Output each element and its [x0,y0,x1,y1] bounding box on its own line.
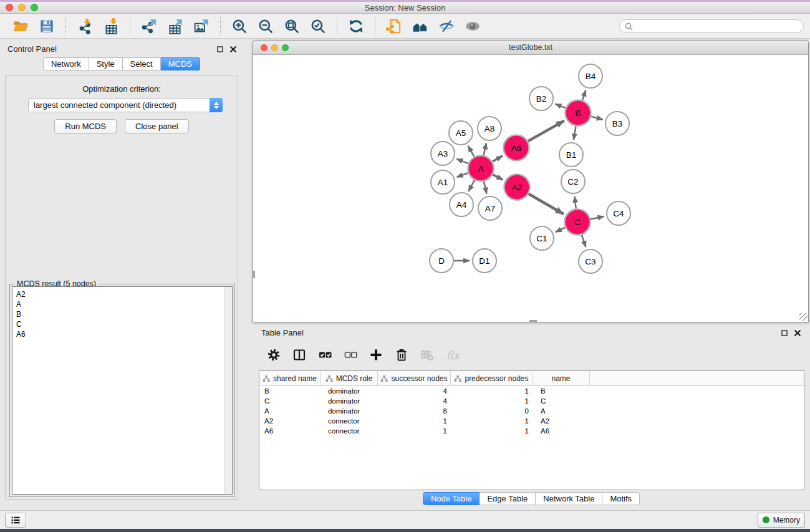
graph-node-C4[interactable]: C4 [607,201,630,225]
import-network-icon[interactable] [75,17,94,36]
hide-graphics-icon[interactable] [437,17,456,36]
graph-edge-A-A1[interactable] [457,173,468,177]
graph-edge-A-A4[interactable] [468,180,475,191]
select-all-icon[interactable] [317,347,332,362]
import-table-icon[interactable] [102,17,120,36]
graph-edge-A6-B[interactable] [528,121,564,142]
column-header-MCDS-role[interactable]: MCDS role [321,371,378,385]
result-scrollbar[interactable] [224,287,232,494]
tab-edge-table[interactable]: Edge Table [480,492,536,505]
result-item[interactable]: A [16,299,232,309]
export-network-icon[interactable] [140,17,158,36]
float-panel-icon[interactable] [216,46,224,53]
graph-node-A6[interactable]: A6 [504,135,529,161]
tab-motifs[interactable]: Motifs [602,492,640,505]
result-item[interactable]: A2 [16,289,232,299]
run-mcds-button[interactable]: Run MCDS [54,119,117,133]
split-panel-icon[interactable] [292,347,307,362]
tab-style[interactable]: Style [89,57,123,70]
tab-node-table[interactable]: Node Table [423,492,480,505]
resize-tick-left[interactable] [253,271,255,278]
graph-node-A8[interactable]: A8 [478,117,501,140]
column-header-name[interactable]: name [533,371,590,385]
mcds-result-list[interactable]: A2ABCA6 [12,286,233,495]
tab-mcds[interactable]: MCDS [161,57,200,70]
tab-network-table[interactable]: Network Table [536,492,602,505]
export-image-icon[interactable] [192,17,211,36]
add-column-icon[interactable] [369,347,383,362]
graph-node-B1[interactable]: B1 [559,143,583,167]
graph-node-C1[interactable]: C1 [530,226,554,250]
show-graphics-icon[interactable] [463,17,482,36]
close-table-panel-icon[interactable] [794,329,801,337]
task-history-button[interactable] [5,513,26,528]
graph-node-D[interactable]: D [430,249,453,273]
table-row[interactable]: Bdominator41B [259,386,804,396]
graph-edge-A2-C[interactable] [529,194,564,215]
tab-select[interactable]: Select [123,57,161,70]
refresh-icon[interactable] [347,17,365,36]
zoom-selected-icon[interactable] [309,17,327,36]
graph-node-C[interactable]: C [565,210,591,235]
result-item[interactable]: C [16,319,232,329]
home-icon[interactable] [411,17,430,36]
table-row[interactable]: Adominator80A [259,406,804,416]
graph-edge-A-A5[interactable] [468,146,475,157]
network-canvas[interactable]: A A1 A2 A3 A4 A5 A6 A7 A8 B B1 B2 B3 [253,55,808,322]
graph-edge-B-B4[interactable] [582,90,586,100]
graph-edge-A-A6[interactable] [493,156,503,162]
table-row[interactable]: A2connector11A2 [259,416,804,426]
zoom-out-icon[interactable] [256,17,275,36]
graph-node-A[interactable]: A [468,156,494,181]
open-session-icon[interactable] [11,17,30,36]
float-table-panel-icon[interactable] [781,329,788,337]
graph-node-A3[interactable]: A3 [431,142,455,165]
resize-tick-bottom[interactable] [529,320,537,322]
tab-network[interactable]: Network [43,57,89,70]
graph-node-A2[interactable]: A2 [504,175,530,200]
column-header-shared-name[interactable]: shared name [259,371,321,385]
zoom-fit-icon[interactable] [282,17,301,36]
graph-node-B2[interactable]: B2 [529,87,553,110]
search-input[interactable] [636,22,798,31]
graph-edge-C-C2[interactable] [575,196,576,209]
column-header-successor-nodes[interactable]: successor nodes [378,371,451,385]
graph-node-A4[interactable]: A4 [450,193,473,216]
graph-edge-A-A7[interactable] [484,181,487,194]
network-document-icon[interactable] [385,17,403,36]
graph-node-C2[interactable]: C2 [561,170,585,193]
graph-node-A1[interactable]: A1 [431,170,455,194]
graph-node-D1[interactable]: D1 [473,249,496,273]
graph-node-B4[interactable]: B4 [579,64,602,88]
graph-edge-C-C1[interactable] [556,228,566,232]
resize-grip-icon[interactable] [799,313,808,321]
graph-node-B[interactable]: B [566,100,591,126]
deselect-all-icon[interactable] [343,347,358,362]
graph-edge-B-B2[interactable] [555,104,566,109]
network-window-titlebar[interactable]: testGlobe.txt [253,41,808,55]
result-item[interactable]: A6 [16,329,232,339]
result-item[interactable]: B [16,309,232,319]
graph-edge-A-A3[interactable] [456,159,468,163]
table-row[interactable]: Cdominator41C [259,396,804,406]
graph-edge-C-C3[interactable] [582,235,586,247]
search-box[interactable] [619,19,804,33]
table-row[interactable]: A6connector11A6 [259,426,804,436]
zoom-in-icon[interactable] [230,17,249,36]
close-panel-button[interactable]: Close panel [125,119,189,133]
graph-node-C3[interactable]: C3 [579,249,602,273]
export-table-icon[interactable] [166,17,185,36]
graph-node-A7[interactable]: A7 [478,196,502,220]
graph-node-A5[interactable]: A5 [449,121,473,145]
memory-button[interactable]: Memory [758,513,805,528]
graph-edge-B-B1[interactable] [574,126,576,140]
column-header-predecessor-nodes[interactable]: predecessor nodes [451,371,533,385]
graph-edge-B-B3[interactable] [591,117,603,120]
criterion-dropdown[interactable]: largest connected component (directed) [28,98,223,112]
settings-gear-icon[interactable] [266,347,281,362]
delete-column-icon[interactable] [394,347,409,362]
graph-node-B3[interactable]: B3 [605,112,629,135]
close-panel-icon[interactable] [229,46,237,53]
save-session-icon[interactable] [37,17,56,36]
graph-edge-C-C4[interactable] [591,216,604,220]
